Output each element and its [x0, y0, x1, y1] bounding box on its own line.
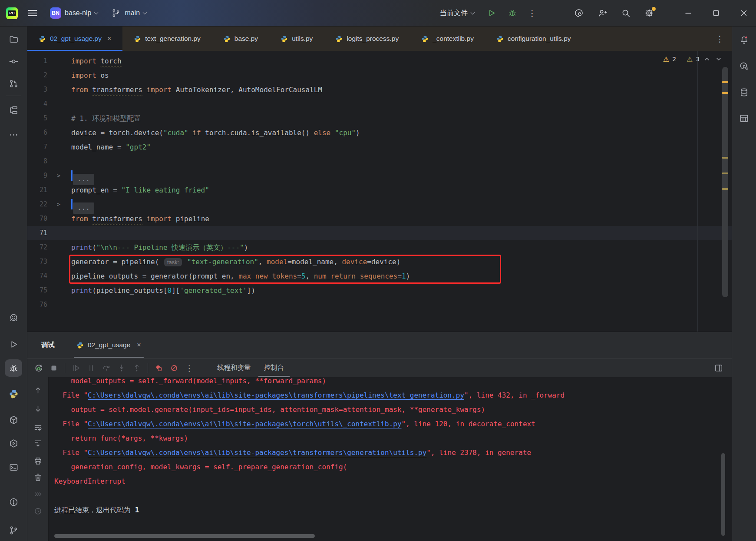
line-number[interactable]: 74	[27, 269, 47, 283]
history-clock-icon[interactable]	[30, 504, 45, 518]
view-breakpoints-button[interactable]	[154, 363, 164, 373]
code-line[interactable]: 6device = torch.device("cuda" if torch.c…	[27, 126, 732, 140]
code-line[interactable]: 3from transformers import AutoTokenizer,…	[27, 83, 732, 97]
line-number[interactable]: 1	[27, 54, 47, 68]
editor-tab[interactable]: base.py	[212, 27, 269, 51]
python-console-tool-icon[interactable]	[5, 385, 22, 402]
tab-options-kebab-icon[interactable]: ⋮	[708, 34, 732, 43]
line-number[interactable]: 76	[27, 298, 47, 312]
line-number[interactable]: 6	[27, 126, 47, 140]
code-line[interactable]: 70from transformers import pipeline	[27, 212, 732, 226]
line-number[interactable]: 72	[27, 240, 47, 255]
main-menu-icon[interactable]	[28, 10, 37, 16]
maximize-button[interactable]	[711, 8, 721, 18]
structure-tool-icon[interactable]	[5, 101, 22, 119]
line-number[interactable]: 8	[27, 154, 47, 169]
code-line[interactable]: 72print("\n\n--- Pipeline 快速演示（英文）---")	[27, 240, 732, 255]
line-number[interactable]: 71	[27, 226, 47, 240]
search-icon[interactable]	[621, 8, 631, 18]
stack-trace-link[interactable]: C:\Users\dalvqw\.conda\envs\ai\lib\site-…	[88, 448, 426, 457]
prev-problem-chevron-up-icon[interactable]	[703, 55, 711, 63]
add-user-icon[interactable]	[597, 8, 607, 18]
ai-chat-tool-icon[interactable]	[736, 57, 753, 75]
inspections-widget[interactable]: ⚠2 ⚠3	[663, 55, 723, 63]
close-button[interactable]	[739, 8, 749, 18]
ai-assistant-icon[interactable]	[574, 8, 584, 18]
line-number[interactable]: 2	[27, 68, 47, 83]
code-line[interactable]: 71	[27, 226, 732, 240]
warning-stripe-mark[interactable]	[722, 188, 728, 190]
next-problem-chevron-down-icon[interactable]	[714, 55, 723, 63]
line-number[interactable]: 9	[27, 169, 47, 183]
code-line[interactable]: 9>...	[27, 169, 732, 183]
clear-trash-icon[interactable]	[30, 470, 45, 485]
code-line[interactable]: 8	[27, 154, 732, 169]
stop-button[interactable]	[49, 363, 59, 373]
line-number[interactable]: 3	[27, 83, 47, 97]
close-tab-icon[interactable]: ×	[107, 35, 111, 43]
settings-gear-icon[interactable]	[644, 8, 654, 18]
pull-requests-tool-icon[interactable]	[5, 75, 22, 92]
code-line[interactable]: 5# 1. 环境和模型配置	[27, 111, 732, 126]
resume-button[interactable]	[71, 363, 81, 373]
step-into-button[interactable]	[116, 363, 127, 373]
table-view-tool-icon[interactable]	[736, 110, 753, 127]
down-stack-icon[interactable]	[30, 401, 45, 416]
code-line[interactable]: 73generator = pipeline( task: "text-gene…	[27, 255, 732, 269]
code-line[interactable]: 75print(pipeline_outputs[0]['generated_t…	[27, 283, 732, 298]
line-number[interactable]: 75	[27, 283, 47, 298]
notifications-bell-icon[interactable]	[736, 31, 753, 49]
editor-tab[interactable]: configuration_utils.py	[485, 27, 582, 51]
layout-settings-button[interactable]	[713, 363, 724, 373]
tab-threads-variables[interactable]: 线程和变量	[211, 358, 257, 377]
soft-wrap-icon[interactable]	[30, 420, 45, 435]
debug-console[interactable]: model_outputs = self._forward(model_inpu…	[49, 377, 732, 541]
line-number[interactable]: 5	[27, 111, 47, 126]
warning-stripe-mark[interactable]	[722, 92, 728, 94]
mute-breakpoints-button[interactable]	[169, 363, 179, 373]
up-stack-icon[interactable]	[30, 383, 45, 398]
commit-tool-icon[interactable]	[5, 53, 22, 70]
line-number[interactable]: 7	[27, 140, 47, 154]
line-number[interactable]: 21	[27, 183, 47, 197]
run-tool-icon[interactable]	[5, 335, 22, 353]
rerun-button[interactable]	[33, 363, 44, 373]
warning-stripe-mark[interactable]	[722, 157, 728, 159]
project-tool-icon[interactable]	[5, 30, 22, 48]
python-packages-tool-icon[interactable]	[5, 411, 22, 428]
line-number[interactable]: 73	[27, 255, 47, 269]
stack-trace-link[interactable]: C:\Users\dalvqw\.conda\envs\ai\lib\site-…	[88, 391, 464, 399]
run-more-kebab-icon[interactable]: ⋮	[528, 9, 536, 17]
close-session-icon[interactable]: ×	[137, 341, 141, 349]
tab-console[interactable]: 控制台	[258, 358, 290, 377]
branch-widget[interactable]: main	[107, 5, 150, 21]
browse-history-chevrons-icon[interactable]	[30, 487, 45, 501]
code-line[interactable]: 7model_name = "gpt2"	[27, 140, 732, 154]
services-tool-icon[interactable]	[5, 435, 22, 452]
huggingface-tool-icon[interactable]	[5, 309, 22, 326]
code-line[interactable]: 22>...	[27, 197, 732, 212]
code-editor[interactable]: 1import torch2import os3from transformer…	[27, 51, 732, 332]
console-horizontal-scrollbar[interactable]	[54, 534, 315, 538]
print-icon[interactable]	[30, 453, 45, 468]
warning-stripe-mark[interactable]	[722, 81, 728, 83]
run-button[interactable]	[486, 8, 497, 18]
editor-tab[interactable]: utils.py	[269, 27, 324, 51]
debug-more-kebab-icon[interactable]: ⋮	[184, 363, 195, 373]
code-line[interactable]: 2import os	[27, 68, 732, 83]
line-number[interactable]: 70	[27, 212, 47, 226]
code-line[interactable]: 74pipeline_outputs = generator(prompt_en…	[27, 269, 732, 283]
editor-tab[interactable]: _contextlib.py	[410, 27, 485, 51]
more-tools-icon[interactable]	[5, 126, 22, 143]
editor-tab[interactable]: logits_process.py	[324, 27, 410, 51]
console-vertical-scrollbar[interactable]	[721, 453, 725, 536]
editor-scrollbar[interactable]	[722, 67, 728, 297]
editor-tab[interactable]: 02_gpt_usage.py×	[27, 27, 122, 51]
run-config-selector[interactable]: 当前文件	[438, 6, 476, 20]
pause-button[interactable]	[86, 363, 96, 373]
debug-session-tab[interactable]: 02_gpt_usage ×	[73, 332, 145, 358]
minimize-button[interactable]	[683, 8, 693, 18]
code-line[interactable]: 1import torch	[27, 54, 732, 68]
editor-tab[interactable]: text_generation.py	[122, 27, 212, 51]
fold-chevron-icon[interactable]: >	[47, 197, 70, 212]
